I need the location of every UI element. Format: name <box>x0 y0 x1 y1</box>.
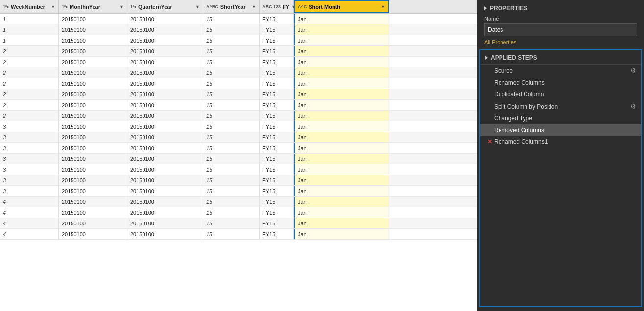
table-cell-short2: Jan <box>294 46 389 56</box>
col-dropdown-quarter[interactable]: ▼ <box>195 4 200 9</box>
table-cell-week: 1 <box>0 14 59 24</box>
col-header-short2[interactable]: A^CShort Month▼ <box>294 0 389 13</box>
table-cell-month: 20150100 <box>59 57 127 67</box>
col-dropdown-week[interactable]: ▼ <box>51 4 55 9</box>
applied-steps-section: APPLIED STEPS Source⚙Renamed ColumnsDupl… <box>479 49 642 307</box>
table-cell-quarter: 20150100 <box>127 229 203 239</box>
step-item-renamed-columns[interactable]: Renamed Columns <box>480 77 641 89</box>
triangle-icon <box>484 6 487 10</box>
all-properties-link[interactable]: All Properties <box>484 39 516 45</box>
col-label-quarter: QuarternYear <box>138 4 172 10</box>
table-cell-short: 15 <box>203 218 260 228</box>
gear-icon-source[interactable]: ⚙ <box>630 67 636 74</box>
table-cell-fy: FY15 <box>260 57 294 67</box>
table-cell-short2: Jan <box>294 186 389 196</box>
table-row: 4201501002015010015FY15Jan <box>0 207 477 218</box>
table-cell-quarter: 20150100 <box>127 186 203 196</box>
table-body[interactable]: 1201501002015010015FY15Jan12015010020150… <box>0 14 477 311</box>
table-row: 3201501002015010015FY15Jan <box>0 186 477 197</box>
table-cell-fy: FY15 <box>260 175 294 185</box>
table-row: 1201501002015010015FY15Jan <box>0 35 477 46</box>
table-cell-short2: Jan <box>294 24 389 35</box>
col-dropdown-short[interactable]: ▼ <box>252 4 256 9</box>
name-input[interactable] <box>484 23 637 36</box>
step-label-changed-type: Changed Type <box>494 115 532 122</box>
table-cell-month: 20150100 <box>59 14 127 24</box>
table-cell-fy: FY15 <box>260 154 294 164</box>
table-cell-month: 20150100 <box>59 164 127 175</box>
table-cell-short2: Jan <box>294 207 389 218</box>
table-cell-short: 15 <box>203 175 260 185</box>
col-label-month: MonthnYear <box>70 4 100 10</box>
step-label-renamed-columns1: Renamed Columns1 <box>494 138 548 145</box>
table-cell-quarter: 20150100 <box>127 164 203 175</box>
col-icon-short: A^BC <box>206 4 218 9</box>
table-row: 1201501002015010015FY15Jan <box>0 24 477 35</box>
table-cell-fy: FY15 <box>260 67 294 78</box>
col-icon-fy: ABC 123 <box>262 4 281 9</box>
col-header-quarter[interactable]: 1²₃QuarternYear▼ <box>127 0 203 13</box>
table-cell-fy: FY15 <box>260 14 294 24</box>
table-cell-quarter: 20150100 <box>127 78 203 89</box>
table-cell-week: 4 <box>0 207 59 218</box>
table-cell-week: 4 <box>0 229 59 239</box>
col-header-short[interactable]: A^BCShortYear▼ <box>203 0 260 13</box>
applied-steps-title: APPLIED STEPS <box>491 54 537 61</box>
gear-icon-split-column[interactable]: ⚙ <box>630 103 636 110</box>
table-cell-week: 3 <box>0 186 59 196</box>
table-area: 1²₃WeekNumber▼1²₃MonthnYear▼1²₃QuarternY… <box>0 0 477 311</box>
col-header-fy[interactable]: ABC 123FY▼ <box>260 0 294 13</box>
triangle-icon2 <box>485 56 488 60</box>
table-cell-short: 15 <box>203 197 260 207</box>
table-cell-month: 20150100 <box>59 111 127 121</box>
table-cell-short: 15 <box>203 229 260 239</box>
step-item-duplicated-column[interactable]: Duplicated Column <box>480 89 641 100</box>
applied-steps-header: APPLIED STEPS <box>480 50 641 65</box>
step-item-renamed-columns1[interactable]: ✕Renamed Columns1 <box>480 136 641 148</box>
table-cell-fy: FY15 <box>260 46 294 56</box>
step-item-removed-columns[interactable]: Removed Columns <box>480 124 641 136</box>
table-cell-quarter: 20150100 <box>127 89 203 99</box>
table-cell-quarter: 20150100 <box>127 197 203 207</box>
table-cell-week: 2 <box>0 78 59 89</box>
table-cell-short2: Jan <box>294 164 389 175</box>
table-cell-short2: Jan <box>294 35 389 45</box>
table-cell-quarter: 20150100 <box>127 121 203 132</box>
step-item-split-column[interactable]: Split Column by Position⚙ <box>480 100 641 112</box>
table-row: 3201501002015010015FY15Jan <box>0 143 477 154</box>
col-header-month[interactable]: 1²₃MonthnYear▼ <box>59 0 127 13</box>
table-cell-week: 3 <box>0 154 59 164</box>
col-dropdown-month[interactable]: ▼ <box>119 4 124 9</box>
table-cell-week: 1 <box>0 35 59 45</box>
col-label-short: ShortYear <box>220 4 246 10</box>
table-cell-quarter: 20150100 <box>127 14 203 24</box>
step-item-changed-type[interactable]: Changed Type <box>480 112 641 124</box>
step-label-source: Source <box>494 67 513 74</box>
step-item-source[interactable]: Source⚙ <box>480 65 641 77</box>
table-cell-short: 15 <box>203 89 260 99</box>
properties-header: PROPERTIES <box>484 5 637 12</box>
col-header-week[interactable]: 1²₃WeekNumber▼ <box>0 0 59 13</box>
table-cell-week: 2 <box>0 67 59 78</box>
table-cell-short2: Jan <box>294 78 389 89</box>
table-cell-month: 20150100 <box>59 100 127 110</box>
table-cell-short: 15 <box>203 132 260 142</box>
col-icon-short2: A^C <box>298 4 307 9</box>
table-cell-fy: FY15 <box>260 197 294 207</box>
table-cell-month: 20150100 <box>59 46 127 56</box>
table-cell-fy: FY15 <box>260 89 294 99</box>
table-cell-short2: Jan <box>294 175 389 185</box>
table-cell-short: 15 <box>203 111 260 121</box>
table-cell-quarter: 20150100 <box>127 67 203 78</box>
table-cell-month: 20150100 <box>59 197 127 207</box>
table-cell-month: 20150100 <box>59 207 127 218</box>
col-dropdown-short2[interactable]: ▼ <box>381 4 385 9</box>
table-cell-short: 15 <box>203 46 260 56</box>
table-cell-short2: Jan <box>294 121 389 132</box>
table-cell-month: 20150100 <box>59 121 127 132</box>
table-cell-week: 3 <box>0 132 59 142</box>
step-label-split-column: Split Column by Position <box>494 103 558 110</box>
table-cell-fy: FY15 <box>260 143 294 153</box>
table-cell-month: 20150100 <box>59 67 127 78</box>
table-row: 3201501002015010015FY15Jan <box>0 154 477 164</box>
